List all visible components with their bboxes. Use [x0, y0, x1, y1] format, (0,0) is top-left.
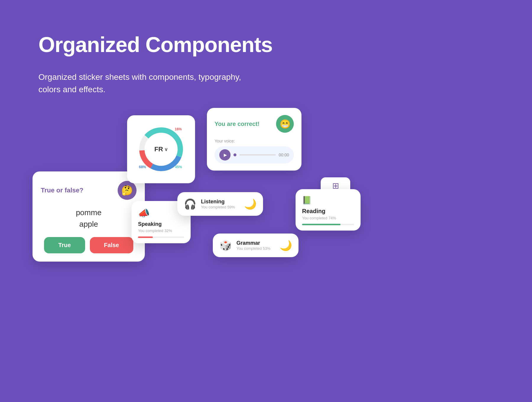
play-button[interactable]	[219, 149, 231, 161]
answer-buttons: True False	[41, 237, 137, 253]
reading-title: Reading	[302, 208, 354, 215]
correct-card: You are correct! 😁 Your voice: 00:00	[207, 108, 301, 171]
speaking-progress-bar	[138, 236, 184, 238]
moon-yellow-icon: 🌙	[280, 239, 292, 251]
moon-icon: 🌙	[244, 198, 257, 210]
reading-progress-bar	[302, 224, 354, 225]
listening-card: 🎧 Listening You completed 59% 🌙	[177, 192, 263, 216]
reading-card: 📗 Reading You completed 74%	[296, 189, 361, 231]
thinking-emoji: 🤔	[118, 181, 137, 200]
reading-subtitle: You completed 74%	[302, 216, 354, 220]
word-english: apple	[41, 220, 137, 229]
donut-chart-card: FR ∨ 16% 68% 45%	[127, 115, 195, 183]
page-subtitle: Organized sticker sheets with components…	[38, 71, 241, 96]
pct-blue: 68%	[139, 165, 146, 169]
audio-player: 00:00	[215, 146, 294, 163]
true-false-header: True or false? 🤔	[41, 181, 137, 200]
grammar-title: Grammar	[236, 240, 270, 246]
grammar-subtitle: You completed 53%	[236, 246, 270, 251]
headphones-icon: 🎧	[184, 198, 196, 210]
listening-title: Listening	[201, 199, 235, 205]
happy-emoji: 😁	[276, 115, 294, 133]
donut-chart: FR ∨ 16% 68% 45%	[136, 124, 186, 174]
grammar-text: Grammar You completed 53%	[236, 240, 270, 251]
dropdown-arrow-icon: ∨	[164, 147, 168, 152]
book-icon: 📗	[302, 196, 354, 205]
correct-header: You are correct! 😁	[215, 115, 294, 133]
false-button[interactable]: False	[90, 237, 133, 253]
listening-text: Listening You completed 59%	[201, 199, 235, 209]
pct-red: 16%	[175, 127, 182, 131]
correct-title: You are correct!	[215, 121, 259, 127]
speaking-subtitle: You completed 32%	[138, 228, 184, 233]
grammar-card: 🎲 Grammar You completed 53% 🌙	[213, 234, 299, 257]
page-title: Organized Components	[38, 33, 273, 57]
word-french: pomme	[41, 208, 137, 217]
listening-subtitle: You completed 59%	[201, 205, 235, 209]
reading-progress-fill	[302, 224, 340, 225]
true-false-card: True or false? 🤔 pomme apple True False	[33, 171, 145, 262]
donut-label[interactable]: FR ∨	[154, 145, 168, 153]
pct-teal: 45%	[175, 165, 182, 169]
time-display: 00:00	[279, 153, 289, 157]
playhead-indicator	[233, 153, 236, 156]
voice-label: Your voice:	[215, 139, 294, 143]
true-false-title: True or false?	[41, 187, 83, 194]
speaking-progress-fill	[138, 236, 153, 238]
true-button[interactable]: True	[44, 237, 85, 253]
speaking-title: Speaking	[138, 221, 184, 227]
grammar-icon: 🎲	[219, 239, 232, 251]
audio-timeline[interactable]	[239, 154, 276, 155]
